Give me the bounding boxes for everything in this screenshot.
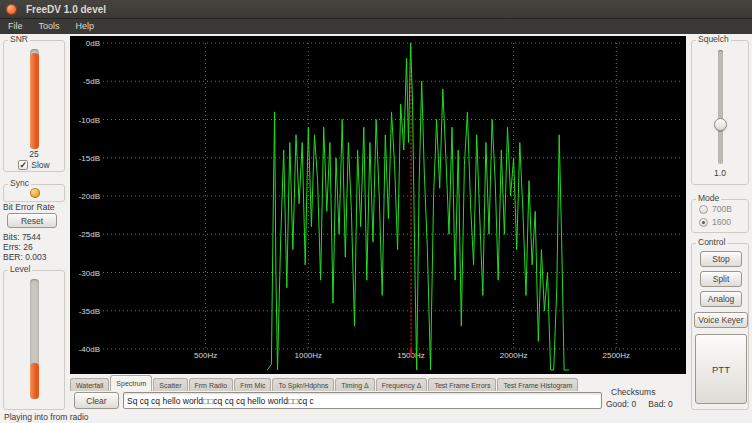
level-label: Level (8, 264, 32, 274)
status-bar: Playing into from radio (0, 411, 752, 423)
radio-dot-icon (702, 221, 705, 224)
snr-value: 25 (4, 149, 64, 159)
mode-radio-dot[interactable] (699, 205, 708, 214)
y-tick-label: -5dB (83, 77, 100, 86)
reset-button[interactable]: Reset (7, 213, 57, 228)
mode-radio-700b-label: 700B (712, 204, 732, 214)
control-group: Control Stop Split Analog Voice Keyer PT… (691, 243, 749, 410)
split-button[interactable]: Split (700, 271, 742, 287)
level-gauge-fill (30, 363, 39, 399)
checksums-bad: Bad: 0 (648, 399, 673, 409)
tab-spectrum[interactable]: Spectrum (110, 375, 152, 391)
tab-frm-radio[interactable]: Frm Radio (189, 378, 234, 391)
snr-gauge-fill (30, 53, 39, 149)
y-tick-label: -20dB (79, 192, 100, 201)
mode-radio-700b[interactable]: 700B (699, 204, 732, 214)
x-tick-label: 1000Hz (295, 351, 323, 360)
spectrum-trace (267, 43, 569, 370)
tab-frm-mic[interactable]: Frm Mic (234, 378, 271, 391)
squelch-slider-handle[interactable] (714, 118, 727, 131)
bits-stat: Bits: 7544 (3, 232, 41, 242)
tx-text-input[interactable] (123, 392, 602, 409)
analog-button[interactable]: Analog (700, 291, 742, 307)
plot-tab-bar: Waterfall Spectrum Scatter Frm Radio Frm… (70, 374, 686, 391)
y-tick-label: -40dB (79, 345, 100, 354)
ptt-button[interactable]: PTT (695, 334, 747, 404)
squelch-value: 1.0 (692, 168, 748, 178)
checksums-good: Good: 0 (606, 399, 636, 409)
tab-frequency-delta[interactable]: Frequency Δ (376, 378, 428, 391)
slow-checkbox-label: Slow (31, 160, 49, 170)
menubar: File Tools Help (0, 19, 752, 34)
y-tick-label: -15dB (79, 154, 100, 163)
snr-gauge (30, 49, 39, 149)
squelch-slider[interactable] (718, 50, 723, 164)
snr-label: SNR (8, 34, 30, 44)
ber-stat: BER: 0.003 (3, 252, 46, 262)
slow-checkbox[interactable]: ✓ (18, 160, 28, 170)
slow-checkbox-mark: ✓ (20, 160, 28, 170)
y-tick-label: 0dB (86, 39, 100, 48)
mode-radio-1600-label: 1600 (712, 217, 731, 227)
control-label: Control (696, 237, 727, 247)
level-group: Level (3, 270, 65, 410)
window-title: FreeDV 1.0 devel (26, 4, 106, 15)
mode-group: Mode 700B 1600 (691, 199, 749, 233)
tab-test-frame-histogram[interactable]: Test Frame Histogram (497, 378, 578, 391)
x-tick-label: 2500Hz (603, 351, 631, 360)
y-tick-label: -25dB (79, 230, 100, 239)
spectrum-plot-svg[interactable]: 0dB-5dB-10dB-15dB-20dB-25dB-30dB-35dB-40… (70, 36, 686, 374)
tab-to-spkr-hdphns[interactable]: To Spkr/Hdphns (272, 378, 334, 391)
menu-help[interactable]: Help (68, 19, 103, 34)
slow-checkbox-row[interactable]: ✓ Slow (4, 160, 64, 170)
titlebar[interactable]: FreeDV 1.0 devel (0, 0, 752, 19)
tab-waterfall[interactable]: Waterfall (70, 378, 109, 391)
level-gauge (30, 279, 39, 399)
menu-file[interactable]: File (0, 19, 31, 34)
close-icon[interactable] (6, 4, 17, 15)
errors-stat: Errs: 26 (3, 242, 33, 252)
menu-tools[interactable]: Tools (31, 19, 68, 34)
stop-button[interactable]: Stop (700, 251, 742, 267)
squelch-label: Squelch (696, 34, 731, 44)
sync-label: Sync (8, 178, 31, 188)
y-tick-label: -30dB (79, 269, 100, 278)
snr-group: SNR 25 ✓ Slow (3, 40, 65, 172)
clear-button[interactable]: Clear (74, 392, 119, 409)
x-tick-label: 2000Hz (500, 351, 528, 360)
ber-section-label: Bit Error Rate (3, 202, 55, 212)
sync-led-icon (30, 188, 40, 198)
y-tick-label: -35dB (79, 307, 100, 316)
mode-radio-1600[interactable]: 1600 (699, 217, 731, 227)
squelch-group: Squelch 1.0 (691, 40, 749, 185)
mode-radio-dot[interactable] (699, 218, 708, 227)
mode-label: Mode (696, 193, 721, 203)
tab-timing-delta[interactable]: Timing Δ (335, 378, 374, 391)
radio-dot-icon (702, 208, 705, 211)
y-tick-label: -10dB (79, 116, 100, 125)
sync-group: Sync (3, 184, 65, 202)
tab-scatter[interactable]: Scatter (153, 378, 187, 391)
tab-test-frame-errors[interactable]: Test Frame Errors (428, 378, 496, 391)
spectrum-plot-panel[interactable]: 0dB-5dB-10dB-15dB-20dB-25dB-30dB-35dB-40… (70, 36, 686, 374)
x-tick-label: 500Hz (194, 351, 217, 360)
voice-keyer-button[interactable]: Voice Keyer (694, 312, 748, 328)
